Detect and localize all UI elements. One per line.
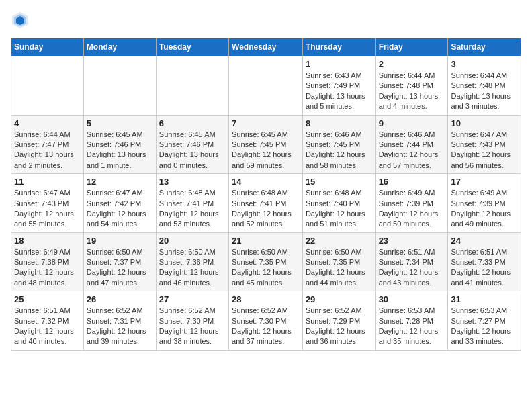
calendar-cell: 13Sunrise: 6:48 AM Sunset: 7:41 PM Dayli… — [156, 174, 228, 233]
day-info: Sunrise: 6:45 AM Sunset: 7:45 PM Dayligh… — [232, 130, 300, 171]
calendar-week-row: 11Sunrise: 6:47 AM Sunset: 7:43 PM Dayli… — [11, 174, 521, 233]
day-info: Sunrise: 6:44 AM Sunset: 7:47 PM Dayligh… — [14, 130, 81, 171]
day-number: 19 — [87, 236, 153, 246]
day-of-week-header: Tuesday — [156, 38, 228, 56]
day-number: 8 — [306, 118, 373, 128]
calendar-cell: 2Sunrise: 6:44 AM Sunset: 7:48 PM Daylig… — [375, 56, 448, 116]
day-number: 7 — [232, 118, 300, 128]
calendar-cell: 31Sunrise: 6:53 AM Sunset: 7:27 PM Dayli… — [448, 291, 521, 351]
day-number: 24 — [451, 236, 518, 246]
calendar-week-row: 1Sunrise: 6:43 AM Sunset: 7:49 PM Daylig… — [11, 56, 521, 116]
calendar-week-row: 25Sunrise: 6:51 AM Sunset: 7:32 PM Dayli… — [11, 291, 521, 351]
calendar-cell: 7Sunrise: 6:45 AM Sunset: 7:45 PM Daylig… — [229, 115, 303, 174]
calendar-header-row: SundayMondayTuesdayWednesdayThursdayFrid… — [11, 38, 521, 56]
calendar-cell: 14Sunrise: 6:48 AM Sunset: 7:41 PM Dayli… — [229, 174, 303, 233]
logo-icon — [11, 11, 30, 30]
calendar-cell: 23Sunrise: 6:51 AM Sunset: 7:34 PM Dayli… — [375, 232, 448, 291]
day-number: 10 — [451, 118, 518, 128]
day-info: Sunrise: 6:47 AM Sunset: 7:43 PM Dayligh… — [14, 188, 81, 230]
day-info: Sunrise: 6:51 AM Sunset: 7:32 PM Dayligh… — [14, 306, 81, 347]
calendar-cell: 8Sunrise: 6:46 AM Sunset: 7:45 PM Daylig… — [302, 115, 375, 174]
calendar-cell — [83, 56, 156, 116]
calendar-cell: 9Sunrise: 6:46 AM Sunset: 7:44 PM Daylig… — [375, 115, 448, 174]
day-number: 2 — [379, 59, 445, 69]
day-info: Sunrise: 6:53 AM Sunset: 7:27 PM Dayligh… — [451, 306, 518, 347]
day-number: 30 — [379, 294, 445, 304]
day-info: Sunrise: 6:52 AM Sunset: 7:31 PM Dayligh… — [87, 306, 153, 347]
day-number: 17 — [451, 177, 518, 187]
day-info: Sunrise: 6:49 AM Sunset: 7:39 PM Dayligh… — [379, 188, 445, 230]
day-info: Sunrise: 6:44 AM Sunset: 7:48 PM Dayligh… — [379, 71, 445, 112]
calendar-cell: 10Sunrise: 6:47 AM Sunset: 7:43 PM Dayli… — [448, 115, 521, 174]
calendar-cell: 16Sunrise: 6:49 AM Sunset: 7:39 PM Dayli… — [375, 174, 448, 233]
day-info: Sunrise: 6:48 AM Sunset: 7:41 PM Dayligh… — [159, 188, 226, 230]
calendar-cell — [156, 56, 228, 116]
calendar-week-row: 4Sunrise: 6:44 AM Sunset: 7:47 PM Daylig… — [11, 115, 521, 174]
day-info: Sunrise: 6:49 AM Sunset: 7:39 PM Dayligh… — [451, 188, 518, 230]
day-info: Sunrise: 6:47 AM Sunset: 7:43 PM Dayligh… — [451, 130, 518, 171]
day-of-week-header: Sunday — [11, 38, 84, 56]
calendar-cell: 30Sunrise: 6:53 AM Sunset: 7:28 PM Dayli… — [375, 291, 448, 351]
day-number: 3 — [451, 59, 518, 69]
day-of-week-header: Monday — [83, 38, 156, 56]
calendar-cell: 20Sunrise: 6:50 AM Sunset: 7:36 PM Dayli… — [156, 232, 228, 291]
calendar-cell: 17Sunrise: 6:49 AM Sunset: 7:39 PM Dayli… — [448, 174, 521, 233]
day-of-week-header: Saturday — [448, 38, 521, 56]
day-number: 22 — [306, 236, 373, 246]
calendar-cell: 4Sunrise: 6:44 AM Sunset: 7:47 PM Daylig… — [11, 115, 84, 174]
day-of-week-header: Wednesday — [229, 38, 303, 56]
day-info: Sunrise: 6:43 AM Sunset: 7:49 PM Dayligh… — [306, 71, 373, 112]
day-number: 28 — [232, 294, 300, 304]
day-info: Sunrise: 6:52 AM Sunset: 7:30 PM Dayligh… — [232, 306, 300, 347]
day-number: 5 — [87, 118, 153, 128]
calendar-cell: 28Sunrise: 6:52 AM Sunset: 7:30 PM Dayli… — [229, 291, 303, 351]
day-number: 25 — [14, 294, 81, 304]
calendar-cell: 24Sunrise: 6:51 AM Sunset: 7:33 PM Dayli… — [448, 232, 521, 291]
day-number: 13 — [159, 177, 226, 187]
day-info: Sunrise: 6:48 AM Sunset: 7:40 PM Dayligh… — [306, 188, 373, 230]
day-number: 11 — [14, 177, 81, 187]
day-number: 23 — [379, 236, 445, 246]
calendar-cell: 25Sunrise: 6:51 AM Sunset: 7:32 PM Dayli… — [11, 291, 84, 351]
day-of-week-header: Friday — [375, 38, 448, 56]
calendar-cell — [229, 56, 303, 116]
calendar-cell: 21Sunrise: 6:50 AM Sunset: 7:35 PM Dayli… — [229, 232, 303, 291]
day-info: Sunrise: 6:46 AM Sunset: 7:45 PM Dayligh… — [306, 130, 373, 171]
day-number: 18 — [14, 236, 81, 246]
day-info: Sunrise: 6:45 AM Sunset: 7:46 PM Dayligh… — [87, 130, 153, 171]
day-info: Sunrise: 6:48 AM Sunset: 7:41 PM Dayligh… — [232, 188, 300, 230]
calendar-cell: 29Sunrise: 6:52 AM Sunset: 7:29 PM Dayli… — [302, 291, 375, 351]
day-number: 26 — [87, 294, 153, 304]
day-info: Sunrise: 6:51 AM Sunset: 7:33 PM Dayligh… — [451, 247, 518, 289]
day-info: Sunrise: 6:50 AM Sunset: 7:37 PM Dayligh… — [87, 247, 153, 289]
day-number: 15 — [306, 177, 373, 187]
day-number: 6 — [159, 118, 226, 128]
day-number: 20 — [159, 236, 226, 246]
day-info: Sunrise: 6:47 AM Sunset: 7:42 PM Dayligh… — [87, 188, 153, 230]
day-number: 1 — [306, 59, 373, 69]
day-info: Sunrise: 6:46 AM Sunset: 7:44 PM Dayligh… — [379, 130, 445, 171]
calendar-cell: 27Sunrise: 6:52 AM Sunset: 7:30 PM Dayli… — [156, 291, 228, 351]
calendar-cell: 18Sunrise: 6:49 AM Sunset: 7:38 PM Dayli… — [11, 232, 84, 291]
calendar-cell: 12Sunrise: 6:47 AM Sunset: 7:42 PM Dayli… — [83, 174, 156, 233]
day-info: Sunrise: 6:50 AM Sunset: 7:35 PM Dayligh… — [232, 247, 300, 289]
calendar-cell: 3Sunrise: 6:44 AM Sunset: 7:48 PM Daylig… — [448, 56, 521, 116]
day-info: Sunrise: 6:52 AM Sunset: 7:29 PM Dayligh… — [306, 306, 373, 347]
calendar-cell: 22Sunrise: 6:50 AM Sunset: 7:35 PM Dayli… — [302, 232, 375, 291]
logo — [11, 11, 32, 30]
day-number: 21 — [232, 236, 300, 246]
calendar-cell — [11, 56, 84, 116]
calendar-cell: 15Sunrise: 6:48 AM Sunset: 7:40 PM Dayli… — [302, 174, 375, 233]
calendar-cell: 5Sunrise: 6:45 AM Sunset: 7:46 PM Daylig… — [83, 115, 156, 174]
day-number: 29 — [306, 294, 373, 304]
day-info: Sunrise: 6:44 AM Sunset: 7:48 PM Dayligh… — [451, 71, 518, 112]
calendar-cell: 6Sunrise: 6:45 AM Sunset: 7:46 PM Daylig… — [156, 115, 228, 174]
day-number: 14 — [232, 177, 300, 187]
calendar-cell: 1Sunrise: 6:43 AM Sunset: 7:49 PM Daylig… — [302, 56, 375, 116]
day-info: Sunrise: 6:51 AM Sunset: 7:34 PM Dayligh… — [379, 247, 445, 289]
day-info: Sunrise: 6:50 AM Sunset: 7:35 PM Dayligh… — [306, 247, 373, 289]
calendar-table: SundayMondayTuesdayWednesdayThursdayFrid… — [11, 38, 521, 351]
day-number: 4 — [14, 118, 81, 128]
day-number: 16 — [379, 177, 445, 187]
day-info: Sunrise: 6:45 AM Sunset: 7:46 PM Dayligh… — [159, 130, 226, 171]
